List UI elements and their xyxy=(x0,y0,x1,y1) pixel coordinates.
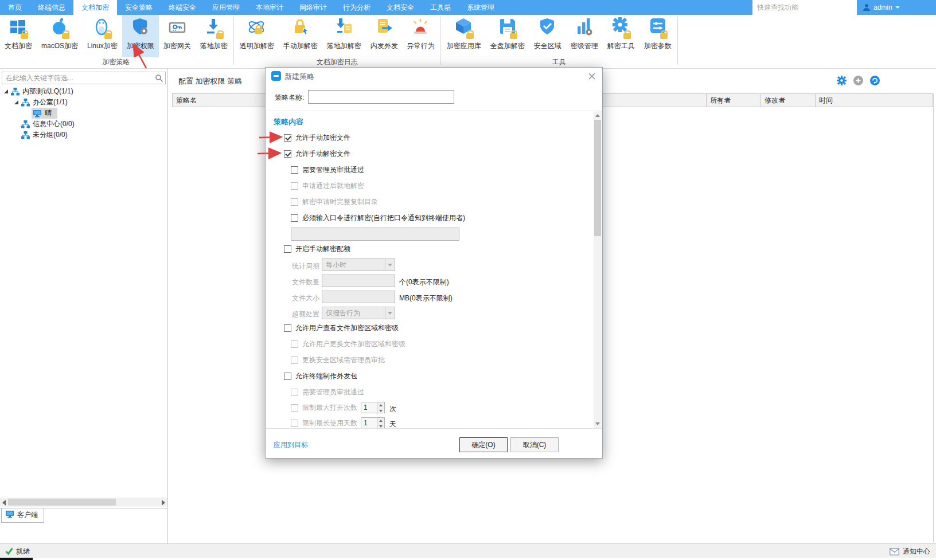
column-time[interactable]: 时间 xyxy=(816,94,933,107)
tree-filter xyxy=(2,72,166,84)
scroll-down-icon[interactable] xyxy=(594,420,602,428)
tree-item-info-center[interactable]: 信息中心(0/0) xyxy=(0,119,167,130)
menu-system-management[interactable]: 系统管理 xyxy=(459,0,502,15)
tool-encrypt-permission[interactable]: 加密权限 xyxy=(122,15,159,57)
tree-item-ungrouped[interactable]: 未分组(0/0) xyxy=(0,130,167,140)
dialog-titlebar[interactable]: 新建策略 xyxy=(266,68,602,84)
excess-select: 仅报告行为 xyxy=(322,307,395,319)
chevron-down-icon xyxy=(895,6,900,9)
menu-local-audit[interactable]: 本地审计 xyxy=(248,0,291,15)
tool-abnormal-behavior[interactable]: 异常行为 xyxy=(403,15,439,57)
ribbon-group-label: 加密策略 xyxy=(0,57,232,68)
ok-button[interactable]: 确定(O) xyxy=(459,437,508,452)
settings-gear-icon[interactable] xyxy=(837,76,847,87)
tool-landing-encrypt[interactable]: 落地加密 xyxy=(196,15,232,57)
tool-manual-crypt[interactable]: 手动加解密 xyxy=(279,15,322,57)
cancel-button[interactable]: 取消(C) xyxy=(510,437,559,452)
checkbox-outgoing-approve xyxy=(291,389,298,396)
excess-label: 超额处置 xyxy=(292,310,319,319)
checkbox-admin-approve[interactable] xyxy=(291,166,298,174)
checkbox-outgoing-pack[interactable] xyxy=(284,373,291,380)
menu-app-management[interactable]: 应用管理 xyxy=(204,0,248,15)
ribbon-group-encrypt-policy: 文档加密 macOS加密 Linux加密 加密权限 加密网关 落地加密 xyxy=(0,15,232,68)
tool-landing-crypt-log[interactable]: 落地加解密 xyxy=(322,15,366,57)
checkbox-copy-dir xyxy=(291,198,298,206)
tree-item-terminal[interactable]: 晴 xyxy=(0,108,167,119)
tool-transparent-crypt[interactable]: 透明加解密 xyxy=(235,15,279,57)
tree-expand-icon[interactable] xyxy=(14,100,18,104)
menu-terminal-security[interactable]: 终端安全 xyxy=(161,0,204,15)
tool-secret-level-mgmt[interactable]: 密级管理 xyxy=(566,15,603,57)
gear-lock-icon xyxy=(611,33,631,41)
max-open-spinner: 1 xyxy=(361,402,385,413)
checkbox-view-zone[interactable] xyxy=(284,324,291,332)
menu-network-audit[interactable]: 网络审计 xyxy=(291,0,335,15)
tool-linux-encrypt[interactable]: Linux加密 xyxy=(83,15,122,57)
file-size-label: 文件大小 xyxy=(292,293,319,303)
row-decrypt-inplace: 申请通过后就地解密 xyxy=(291,181,364,191)
tab-client[interactable]: 客户端 xyxy=(1,508,44,523)
scroll-left-icon[interactable] xyxy=(2,500,6,506)
policy-name-input[interactable] xyxy=(308,90,454,104)
tool-macos-encrypt[interactable]: macOS加密 xyxy=(37,15,83,57)
tab-client-label: 客户端 xyxy=(17,510,38,520)
tool-encrypt-gateway[interactable]: 加密网关 xyxy=(159,15,196,57)
quick-search-input[interactable] xyxy=(752,0,857,15)
page-title: 配置 加密权限 策略 xyxy=(178,76,242,87)
refresh-icon[interactable] xyxy=(870,76,880,87)
add-policy-icon[interactable] xyxy=(853,76,863,87)
sliders-lock-icon xyxy=(648,33,668,41)
apply-to-target-link[interactable]: 应用到目标 xyxy=(274,440,308,450)
user-menu[interactable]: admin xyxy=(857,0,906,15)
row-enable-quota: 开启手动解密配额 xyxy=(284,244,350,254)
scroll-right-icon[interactable] xyxy=(162,500,165,506)
horizontal-scrollbar[interactable] xyxy=(0,498,167,507)
column-policy-name[interactable]: 策略名 xyxy=(172,94,275,107)
file-count-label: 文件数量 xyxy=(292,277,319,287)
scrollbar-thumb[interactable] xyxy=(594,120,601,236)
checkbox-allow-manual-decrypt[interactable] xyxy=(284,150,291,158)
dialog-vertical-scrollbar[interactable] xyxy=(594,111,602,428)
column-owner[interactable]: 所有者 xyxy=(707,94,761,107)
scroll-up-icon[interactable] xyxy=(594,111,602,120)
tool-internal-external-send[interactable]: 内发外发 xyxy=(366,15,403,57)
checkbox-enable-quota[interactable] xyxy=(284,245,291,253)
menu-doc-security[interactable]: 文档安全 xyxy=(379,0,422,15)
menu-home[interactable]: 首页 xyxy=(0,0,30,15)
tool-encrypt-app-library[interactable]: 加密应用库 xyxy=(442,15,486,57)
column-modifier[interactable]: 修改者 xyxy=(761,94,816,107)
tree-filter-input[interactable] xyxy=(2,72,153,84)
chart-gear-icon xyxy=(574,33,595,41)
menu-doc-encryption[interactable]: 文档加密 xyxy=(73,0,117,15)
checkbox-require-password[interactable] xyxy=(291,214,298,222)
menu-behavior-analysis[interactable]: 行为分析 xyxy=(335,0,379,15)
row-change-zone: 允许用户更换文件加密区域和密级 xyxy=(291,339,405,349)
tool-fulldisk-crypt[interactable]: 全盘加解密 xyxy=(486,15,529,57)
tool-decrypt-tool[interactable]: 解密工具 xyxy=(603,15,639,57)
stat-period-label: 统计周期 xyxy=(292,261,319,271)
stat-period-select: 每小时 xyxy=(322,259,395,271)
ribbon-group-label: 文档加密日志 xyxy=(235,57,439,68)
search-icon[interactable] xyxy=(155,74,163,83)
apple-lock-icon xyxy=(49,33,70,41)
checkbox-allow-manual-encrypt[interactable] xyxy=(284,134,291,142)
notification-center[interactable]: 通知中心 xyxy=(890,547,930,557)
tool-encrypt-params[interactable]: 加密参数 xyxy=(639,15,676,57)
row-allow-manual-decrypt: 允许手动解密文件 xyxy=(284,148,350,159)
tool-security-zone[interactable]: 安全区域 xyxy=(529,15,566,57)
menu-terminal-info[interactable]: 终端信息 xyxy=(30,0,73,15)
close-icon[interactable] xyxy=(586,71,598,82)
top-menu-bar: 首页 终端信息 文档加密 安全策略 终端安全 应用管理 本地审计 网络审计 行为… xyxy=(0,0,936,15)
tree-item-office[interactable]: 办公室(1/1) xyxy=(0,97,167,108)
taskbar-edge xyxy=(0,558,936,560)
tool-doc-encrypt[interactable]: 文档加密 xyxy=(0,15,37,57)
download-lock-icon xyxy=(204,33,224,41)
org-tree-panel: 内部测试LQ(1/1) 办公室(1/1) 晴 信息中心(0/0) 未分组(0/0… xyxy=(0,69,168,543)
menu-security-policy[interactable]: 安全策略 xyxy=(117,0,161,15)
menu-toolbox[interactable]: 工具箱 xyxy=(422,0,459,15)
scrollbar-thumb[interactable] xyxy=(8,499,116,506)
selected-tree-row[interactable]: 晴 xyxy=(32,108,57,119)
tree-expand-icon[interactable] xyxy=(4,89,8,93)
tree-item-root[interactable]: 内部测试LQ(1/1) xyxy=(0,86,167,97)
checkbox-max-open xyxy=(291,404,298,412)
